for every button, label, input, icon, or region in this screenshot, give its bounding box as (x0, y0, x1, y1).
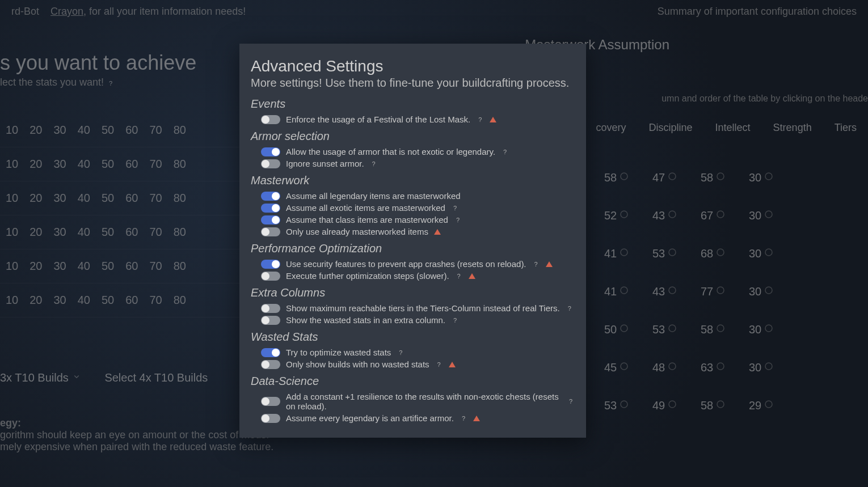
table-row[interactable]: 50535830 (596, 311, 868, 349)
toggle-switch[interactable] (261, 115, 280, 124)
warning-icon[interactable] (546, 261, 553, 267)
stat-cell[interactable]: 20 (30, 192, 42, 205)
table-row[interactable]: 41437730 (596, 273, 868, 311)
stat-cell[interactable]: 60 (125, 260, 138, 273)
table-row[interactable]: 41536830 (596, 235, 868, 273)
toggle-switch[interactable] (261, 360, 280, 369)
stat-cell[interactable]: 80 (174, 294, 186, 307)
help-icon[interactable]: ? (107, 79, 115, 87)
toggle-switch[interactable] (261, 272, 280, 281)
stat-cell[interactable]: 80 (174, 226, 186, 239)
toggle-switch[interactable] (261, 227, 280, 236)
stat-cell[interactable]: 70 (150, 192, 162, 205)
stat-cell[interactable]: 50 (102, 158, 114, 171)
toggle-switch[interactable] (261, 414, 280, 423)
stat-icon (715, 323, 726, 336)
help-icon[interactable]: ? (451, 316, 459, 324)
help-icon[interactable]: ? (567, 397, 575, 405)
stat-cell[interactable]: 30 (54, 158, 66, 171)
stat-cell[interactable]: 30 (54, 192, 66, 205)
help-icon[interactable]: ? (451, 204, 459, 212)
stat-cell[interactable]: 10 (6, 294, 18, 307)
stat-cell[interactable]: 80 (174, 158, 186, 171)
help-icon[interactable]: ? (476, 116, 484, 124)
table-row[interactable]: 45486330 (596, 349, 868, 387)
toggle-switch[interactable] (261, 348, 280, 357)
stat-cell[interactable]: 30 (54, 226, 66, 239)
stat-cell[interactable]: 20 (30, 226, 42, 239)
stat-cell[interactable]: 40 (78, 294, 90, 307)
table-row[interactable]: 53495829 (596, 387, 868, 425)
stat-cell[interactable]: 10 (6, 192, 18, 205)
help-icon[interactable]: ? (454, 216, 462, 224)
help-icon[interactable]: ? (455, 272, 463, 280)
stat-cell[interactable]: 20 (30, 260, 42, 273)
stat-cell[interactable]: 70 (150, 226, 162, 239)
stat-cell[interactable]: 50 (102, 294, 114, 307)
stat-cell[interactable]: 40 (78, 158, 90, 171)
stat-cell[interactable]: 30 (54, 124, 66, 137)
warning-icon[interactable] (449, 362, 456, 367)
toggle-switch[interactable] (261, 260, 280, 269)
stat-cell[interactable]: 10 (6, 260, 18, 273)
help-icon[interactable]: ? (370, 160, 378, 168)
link-crayon[interactable]: Crayon (50, 6, 83, 17)
stat-cell[interactable]: 10 (6, 124, 18, 137)
stat-cell[interactable]: 60 (125, 158, 138, 171)
stat-cell[interactable]: 70 (150, 158, 162, 171)
stat-cell[interactable]: 50 (102, 124, 114, 137)
help-icon[interactable]: ? (532, 260, 540, 268)
help-icon[interactable]: ? (397, 349, 404, 357)
stat-cell[interactable]: 40 (78, 226, 90, 239)
stat-header[interactable]: Tiers (835, 122, 857, 134)
toggle-switch[interactable] (261, 192, 280, 201)
table-row[interactable]: 58475830 (596, 159, 868, 197)
stat-cell[interactable]: 10 (6, 226, 18, 239)
toggle-switch[interactable] (261, 204, 280, 213)
stat-cell[interactable]: 60 (125, 226, 138, 239)
stat-header[interactable]: covery (596, 122, 626, 134)
stat-cell[interactable]: 20 (30, 124, 42, 137)
warning-icon[interactable] (490, 117, 496, 122)
warning-icon[interactable] (434, 229, 441, 235)
help-icon[interactable]: ? (501, 148, 509, 156)
select-4x[interactable]: Select 4x T10 Builds (104, 371, 208, 384)
stat-cell[interactable]: 40 (78, 192, 90, 205)
stat-cell[interactable]: 20 (30, 294, 42, 307)
stat-cell[interactable]: 60 (125, 192, 138, 205)
stat-header[interactable]: Intellect (715, 122, 751, 134)
stat-cell[interactable]: 70 (150, 260, 162, 273)
warning-icon[interactable] (473, 416, 480, 421)
help-icon[interactable]: ? (460, 414, 467, 422)
stat-cell[interactable]: 70 (150, 124, 162, 137)
stat-cell[interactable]: 70 (150, 294, 162, 307)
toggle-switch[interactable] (261, 304, 280, 313)
help-icon[interactable]: ? (566, 304, 574, 312)
stat-cell[interactable]: 40 (78, 124, 90, 137)
stat-cell[interactable]: 50 (102, 260, 114, 273)
stat-cell[interactable]: 50 (102, 226, 114, 239)
stat-cell[interactable]: 10 (6, 158, 18, 171)
stat-cell[interactable]: 20 (30, 158, 42, 171)
stat-cell[interactable]: 60 (125, 124, 138, 137)
stat-cell[interactable]: 30 (54, 294, 66, 307)
stat-cell[interactable]: 50 (102, 192, 114, 205)
stat-header[interactable]: Strength (773, 122, 812, 134)
help-icon[interactable]: ? (435, 361, 443, 369)
toggle-switch[interactable] (261, 215, 280, 225)
toggle-switch[interactable] (261, 159, 280, 168)
stat-cell[interactable]: 80 (174, 192, 186, 205)
stat-cell[interactable]: 80 (174, 260, 186, 273)
table-row[interactable]: 52436730 (596, 197, 868, 235)
stat-cell[interactable]: 40 (78, 260, 90, 273)
link-rdbot[interactable]: rd-Bot (11, 6, 39, 17)
stat-cell[interactable]: 30 (54, 260, 66, 273)
stat-cell[interactable]: 80 (174, 124, 186, 137)
toggle-switch[interactable] (261, 316, 280, 325)
stat-header[interactable]: Discipline (649, 122, 693, 134)
warning-icon[interactable] (469, 273, 475, 279)
toggle-switch[interactable] (261, 397, 280, 406)
toggle-switch[interactable] (261, 147, 280, 156)
stat-cell[interactable]: 60 (125, 294, 138, 307)
select-3x[interactable]: 3x T10 Builds (0, 371, 82, 384)
